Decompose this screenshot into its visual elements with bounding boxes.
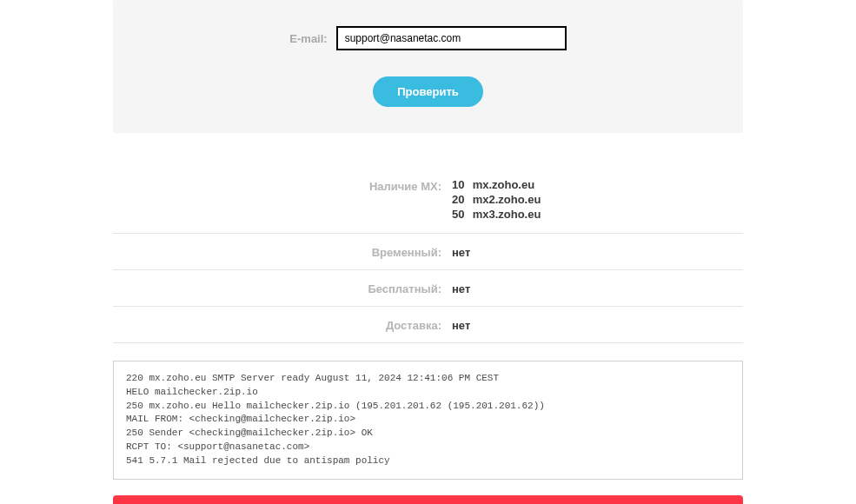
delivery-row: Доставка: нет [113, 307, 743, 343]
email-row: E-mail: [113, 26, 743, 50]
mx-label: Наличие MX: [113, 178, 452, 193]
mx-record: 50 mx3.zoho.eu [452, 208, 541, 222]
temporary-value: нет [452, 244, 470, 259]
temporary-label: Временный: [113, 244, 452, 259]
mx-record: 20 mx2.zoho.eu [452, 193, 541, 208]
results-table: Наличие MX: 10 mx.zoho.eu 20 mx2.zoho.eu… [113, 168, 743, 343]
smtp-log: 220 mx.zoho.eu SMTP Server ready August … [113, 361, 743, 481]
check-form-panel: E-mail: Проверить [113, 0, 743, 133]
free-row: Бесплатный: нет [113, 270, 743, 307]
email-label: E-mail: [289, 32, 327, 45]
mx-records-list: 10 mx.zoho.eu 20 mx2.zoho.eu 50 mx3.zoho… [452, 178, 541, 222]
free-value: нет [452, 281, 470, 295]
free-label: Бесплатный: [113, 281, 452, 295]
delivery-label: Доставка: [113, 317, 452, 332]
check-button[interactable]: Проверить [373, 76, 483, 107]
status-banner: e-mail не существует [113, 495, 743, 504]
email-input[interactable] [336, 26, 567, 50]
delivery-value: нет [452, 317, 470, 332]
mx-row: Наличие MX: 10 mx.zoho.eu 20 mx2.zoho.eu… [113, 168, 743, 234]
mx-record: 10 mx.zoho.eu [452, 178, 541, 193]
temporary-row: Временный: нет [113, 234, 743, 270]
